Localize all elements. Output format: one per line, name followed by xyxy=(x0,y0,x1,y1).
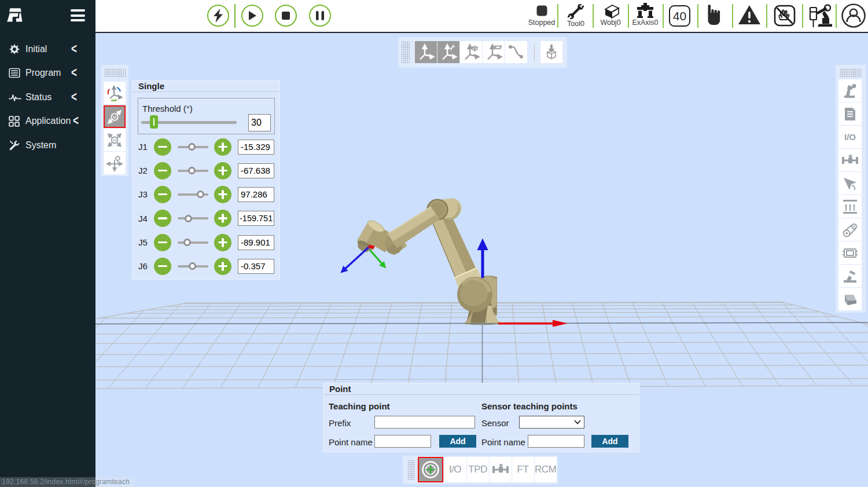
svg-text:M: M xyxy=(113,114,117,119)
svg-text:M: M xyxy=(113,137,117,142)
